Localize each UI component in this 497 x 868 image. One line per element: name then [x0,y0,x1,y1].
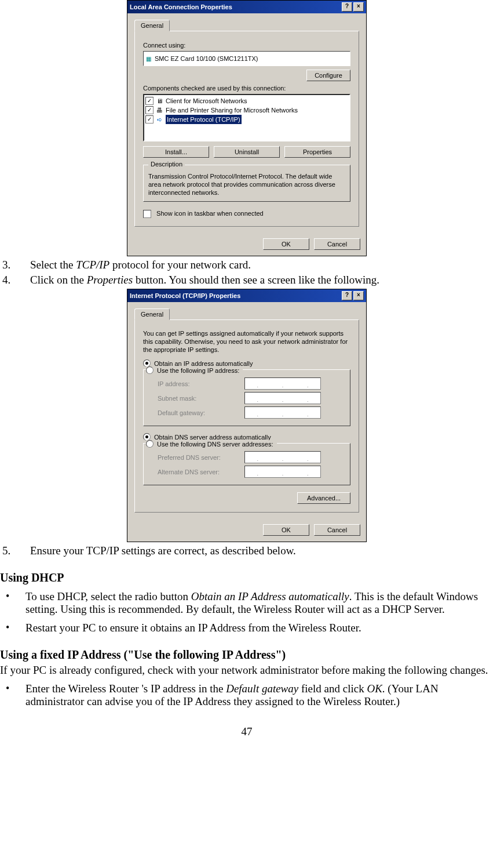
adns-input[interactable]: ... [244,466,321,478]
intro-text: You can get IP settings assigned automat… [143,329,350,354]
titlebar[interactable]: Internet Protocol (TCP/IP) Properties ? … [127,289,366,302]
description-group: Transmission Control Protocol/Internet P… [143,165,350,202]
list-item[interactable]: ✓ 🖥 Client for Microsoft Networks [145,96,348,106]
step-text: Select the TCP/IP protocol for your netw… [30,259,494,271]
paragraph: If your PC is already configured, check … [0,664,494,677]
help-icon[interactable]: ? [342,291,352,300]
list-item[interactable]: ✓ 🖶 File and Printer Sharing for Microso… [145,106,348,115]
protocol-icon: ➪ [155,115,164,124]
gateway-input[interactable]: ... [244,406,321,419]
radio-icon[interactable] [146,366,154,374]
tab-general[interactable]: General [134,20,170,31]
item-label: File and Printer Sharing for Microsoft N… [166,106,298,115]
components-label: Components checked are used by this conn… [143,85,350,92]
step-number: 5. [0,544,30,557]
close-icon[interactable]: × [353,291,364,300]
pdns-input[interactable]: ... [244,451,321,463]
configure-button[interactable]: Configure [306,70,350,81]
checkbox-icon[interactable]: ✓ [145,97,154,105]
step-number: 4. [0,274,30,286]
pdns-label: Preferred DNS server: [158,454,244,461]
lan-properties-dialog: Local Area Connection Properties ? × Gen… [127,0,367,256]
gateway-label: Default gateway: [158,409,244,416]
item-label: Client for Microsoft Networks [166,96,247,106]
radio-label: Use the following IP address: [157,367,239,374]
printer-icon: 🖶 [155,106,164,114]
checkbox-icon[interactable]: ✓ [145,106,154,114]
heading-dhcp: Using DHCP [0,571,494,584]
radio-label: Use the following DNS server addresses: [157,441,273,448]
list-item[interactable]: ✓ ➪ Internet Protocol (TCP/IP) [145,115,348,124]
ok-button[interactable]: OK [263,238,309,250]
step-text: Click on the Properties button. You shou… [30,274,494,286]
tcpip-properties-dialog: Internet Protocol (TCP/IP) Properties ? … [127,289,367,542]
bullet-text: Enter the Wireless Router 's IP address … [25,682,494,708]
window-title: Local Area Connection Properties [130,3,232,10]
item-label-selected: Internet Protocol (TCP/IP) [166,115,242,124]
client-icon: 🖥 [155,97,164,105]
window-title: Internet Protocol (TCP/IP) Properties [130,292,240,299]
cancel-button[interactable]: Cancel [314,238,360,250]
step-number: 3. [0,259,30,271]
ip-label: IP address: [158,380,244,387]
radio-icon[interactable] [146,440,154,448]
show-icon-label: Show icon in taskbar when connected [156,210,264,217]
radio-static-ip[interactable]: Use the following IP address: [146,366,243,374]
close-icon[interactable]: × [353,2,364,12]
ok-button[interactable]: OK [263,524,309,536]
bullet-icon: • [0,622,25,634]
bullet-text: Restart your PC to ensure it obtains an … [25,622,494,634]
bullet-icon: • [0,590,25,616]
adapter-name: SMC EZ Card 10/100 (SMC1211TX) [155,55,258,62]
static-ip-group: Use the following IP address: IP address… [143,369,350,426]
components-list[interactable]: ✓ 🖥 Client for Microsoft Networks ✓ 🖶 Fi… [143,94,350,141]
static-dns-group: Use the following DNS server addresses: … [143,443,350,485]
advanced-button[interactable]: Advanced... [297,492,350,504]
bullet-text: To use DHCP, select the radio button Obt… [25,590,494,616]
properties-button[interactable]: Properties [284,146,350,158]
radio-static-dns[interactable]: Use the following DNS server addresses: [146,440,277,448]
page-number: 47 [0,725,494,738]
titlebar[interactable]: Local Area Connection Properties ? × [127,1,366,13]
help-icon[interactable]: ? [342,2,352,12]
cancel-button[interactable]: Cancel [314,524,360,536]
ip-input[interactable]: ... [244,377,321,390]
mask-input[interactable]: ... [244,392,321,404]
radio-label: Obtain DNS server address automatically [154,434,271,441]
adns-label: Alternate DNS server: [158,468,244,475]
adapter-field: ▦ SMC EZ Card 10/100 (SMC1211TX) [143,51,350,66]
mask-label: Subnet mask: [158,395,244,402]
heading-fixed-ip: Using a fixed IP Address ("Use the follo… [0,648,494,662]
bullet-icon: • [0,682,25,708]
radio-label: Obtain an IP address automatically [154,360,253,367]
show-icon-checkbox[interactable] [143,210,151,218]
nic-icon: ▦ [146,56,151,62]
step-text: Ensure your TCP/IP settings are correct,… [30,544,494,557]
checkbox-icon[interactable]: ✓ [145,115,154,124]
uninstall-button[interactable]: Uninstall [214,146,280,158]
connect-using-label: Connect using: [143,42,350,49]
tab-general[interactable]: General [134,308,170,320]
install-button[interactable]: Install... [143,146,209,158]
description-text: Transmission Control Protocol/Internet P… [148,172,345,197]
